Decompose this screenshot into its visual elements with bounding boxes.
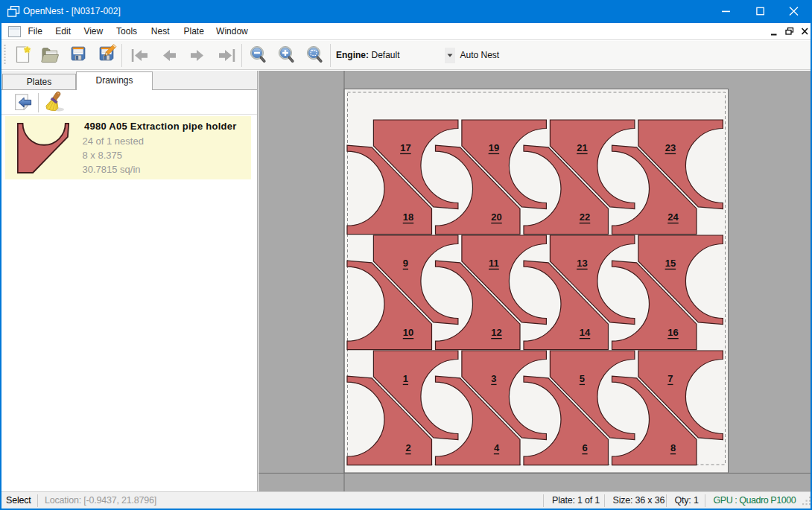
svg-text:15: 15 (664, 258, 675, 269)
svg-text:3: 3 (491, 373, 496, 384)
svg-text:23: 23 (664, 142, 675, 153)
svg-text:21: 21 (577, 142, 587, 153)
svg-text:2: 2 (405, 442, 410, 453)
svg-text:17: 17 (400, 142, 410, 153)
svg-text:4: 4 (493, 442, 499, 453)
svg-text:19: 19 (488, 142, 498, 153)
svg-text:7: 7 (667, 373, 673, 384)
svg-text:6: 6 (582, 442, 587, 453)
svg-text:16: 16 (667, 327, 678, 338)
svg-text:14: 14 (579, 327, 590, 338)
svg-text:22: 22 (579, 211, 589, 223)
svg-text:8: 8 (670, 442, 675, 453)
svg-text:24: 24 (667, 211, 679, 223)
svg-text:5: 5 (579, 373, 584, 384)
svg-text:13: 13 (577, 258, 587, 269)
svg-text:1: 1 (402, 373, 407, 384)
svg-text:11: 11 (489, 258, 499, 269)
svg-text:12: 12 (491, 327, 501, 338)
svg-text:10: 10 (402, 327, 413, 338)
svg-text:9: 9 (402, 258, 407, 269)
svg-text:18: 18 (402, 211, 413, 223)
svg-text:20: 20 (491, 211, 501, 223)
